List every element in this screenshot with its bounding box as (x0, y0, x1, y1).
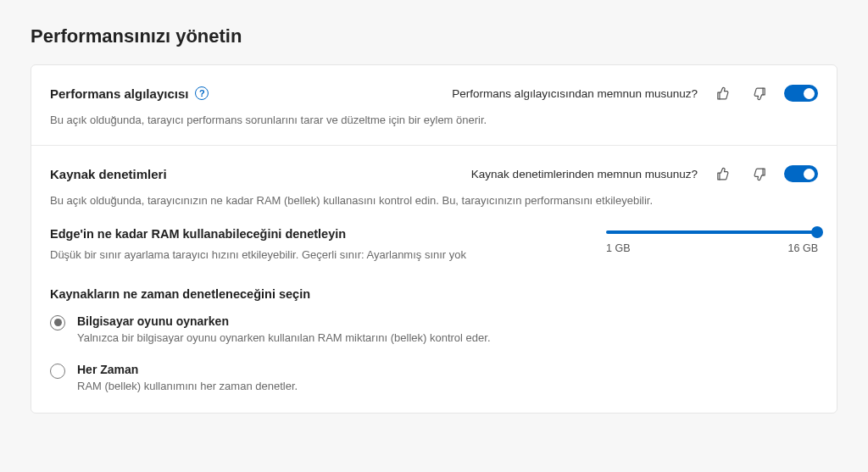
radio-always-desc: RAM (bellek) kullanımını her zaman denet… (77, 380, 298, 392)
when-control-title: Kaynakların ne zaman denetleneceğini seç… (50, 287, 818, 301)
thumbs-down-icon (753, 86, 767, 101)
thumbs-up-button[interactable] (709, 161, 735, 186)
settings-card: Performans algılayıcısı Performans algıl… (31, 64, 837, 414)
thumbs-up-icon (715, 86, 730, 101)
resource-controls-title: Kaynak denetimleri (50, 167, 167, 181)
resource-controls-toggle[interactable] (784, 165, 818, 182)
ram-slider-thumb[interactable] (811, 226, 823, 238)
ram-limit-desc: Düşük bir sınır ayarlama tarayıcı hızını… (50, 247, 572, 263)
radio-gaming-label: Bilgisayar oyunu oynarken (77, 314, 491, 328)
thumbs-up-icon (715, 167, 730, 181)
ram-limit-subsection: Edge'in ne kadar RAM kullanabileceğini d… (50, 227, 818, 263)
radio-always[interactable]: Her Zaman RAM (bellek) kullanımını her z… (50, 363, 818, 392)
info-icon[interactable] (195, 86, 209, 100)
ram-max-label: 16 GB (788, 242, 818, 254)
radio-gaming-desc: Yalnızca bir bilgisayar oyunu oynarken k… (77, 331, 491, 344)
ram-slider[interactable] (606, 230, 818, 234)
thumbs-down-icon (753, 167, 767, 181)
radio-always-label: Her Zaman (77, 363, 298, 376)
thumbs-down-button[interactable] (747, 81, 772, 106)
radio-icon (50, 364, 65, 379)
radio-icon (50, 315, 65, 330)
ram-limit-title: Edge'in ne kadar RAM kullanabileceğini d… (50, 227, 572, 241)
resource-controls-desc: Bu açık olduğunda, tarayıcınızın ne kada… (50, 193, 818, 208)
performance-detector-toggle[interactable] (784, 85, 818, 102)
thumbs-up-button[interactable] (709, 81, 735, 106)
performance-detector-desc: Bu açık olduğunda, tarayıcı performans s… (50, 113, 818, 128)
page-title: Performansınızı yönetin (31, 25, 837, 47)
radio-gaming[interactable]: Bilgisayar oyunu oynarken Yalnızca bir b… (50, 314, 818, 344)
detector-feedback-question: Performans algılayıcısından memnun musun… (452, 87, 698, 100)
thumbs-down-button[interactable] (747, 161, 772, 186)
performance-detector-title: Performans algılayıcısı (50, 86, 188, 101)
resources-feedback-question: Kaynak denetimlerinden memnun musunuz? (471, 168, 698, 180)
performance-detector-section: Performans algılayıcısı Performans algıl… (31, 65, 837, 146)
ram-min-label: 1 GB (606, 242, 631, 254)
resource-controls-section: Kaynak denetimleri Kaynak denetimlerinde… (31, 146, 837, 412)
